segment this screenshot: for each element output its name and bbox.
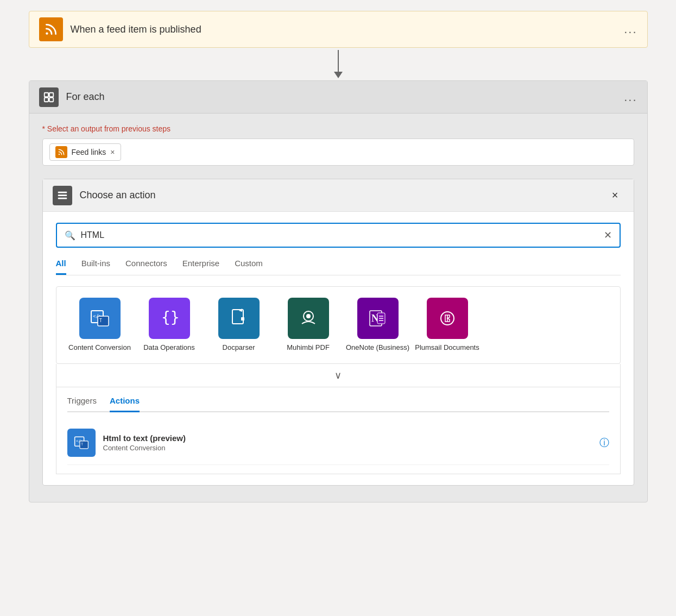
svg-rect-15 — [241, 317, 244, 320]
choose-action-panel: Choose an action × 🔍 ✕ All Built-ins Con… — [42, 179, 634, 486]
tab-custom[interactable]: Custom — [235, 259, 263, 275]
choose-action-title: Choose an action — [80, 190, 606, 201]
select-output-label: * Select an output from previous steps — [42, 124, 634, 133]
main-container: When a feed item is published ... For ea… — [0, 0, 676, 616]
close-button[interactable]: × — [606, 187, 624, 204]
svg-rect-4 — [49, 97, 53, 101]
arrow-line — [338, 50, 339, 72]
action-list-item[interactable]: </> T Html to text (preview) Content Con… — [67, 421, 609, 465]
svg-text:T: T — [81, 442, 83, 446]
connector-muhimbi[interactable]: Muhimbi PDF — [276, 298, 341, 353]
foreach-header: For each ... — [29, 81, 647, 114]
choose-action-icon — [53, 186, 72, 205]
trigger-more-options[interactable]: ... — [624, 22, 637, 36]
sub-tabs: Triggers Actions — [67, 396, 609, 412]
foreach-content: * Select an output from previous steps F… — [29, 114, 647, 502]
action-item-icon: </> T — [67, 429, 96, 457]
filter-tabs: All Built-ins Connectors Enterprise Cust… — [56, 259, 621, 275]
connector-onenote[interactable]: N OneNote (Business) — [345, 298, 410, 353]
search-box[interactable]: 🔍 ✕ — [56, 223, 621, 248]
foreach-icon — [39, 87, 59, 107]
choose-action-db-icon — [56, 190, 68, 202]
svg-rect-8 — [58, 197, 67, 199]
actions-panel: Triggers Actions </> T — [56, 387, 621, 474]
foreach-more-options[interactable]: ... — [624, 90, 637, 104]
svg-rect-14 — [232, 310, 243, 324]
trigger-title: When a feed item is published — [71, 24, 624, 35]
connector-grid: </> T Content Conversion {} — [56, 286, 621, 364]
content-conversion-icon: </> T — [79, 298, 121, 339]
search-clear-icon[interactable]: ✕ — [604, 229, 612, 241]
tab-builtins[interactable]: Built-ins — [81, 259, 110, 275]
feed-tag-label: Feed links — [72, 148, 106, 156]
svg-rect-1 — [44, 92, 48, 96]
svg-point-0 — [46, 32, 48, 34]
muhimbi-label: Muhimbi PDF — [287, 343, 330, 353]
foreach-title: For each — [66, 91, 624, 103]
expand-chevron-icon[interactable]: ∨ — [334, 369, 342, 381]
plumsail-svg-icon — [435, 306, 459, 330]
tab-all[interactable]: All — [56, 259, 66, 275]
muhimbi-icon — [288, 298, 329, 339]
trigger-card: When a feed item is published ... — [29, 11, 648, 48]
content-conversion-label: Content Conversion — [68, 343, 131, 353]
tab-enterprise[interactable]: Enterprise — [182, 259, 219, 275]
curly-braces-icon: {} — [157, 306, 181, 330]
svg-rect-6 — [58, 191, 67, 193]
svg-rect-7 — [58, 194, 67, 196]
output-select-box[interactable]: Feed links × — [42, 139, 634, 166]
onenote-label: OneNote (Business) — [346, 343, 409, 353]
action-item-info: Html to text (preview) Content Conversio… — [103, 433, 599, 452]
svg-rect-2 — [49, 92, 53, 96]
docparser-label: Docparser — [223, 343, 255, 353]
choose-action-body: 🔍 ✕ All Built-ins Connectors Enterprise … — [43, 212, 634, 485]
data-operations-label: Data Operations — [143, 343, 195, 353]
trigger-icon — [39, 17, 63, 41]
connector-plumsail[interactable]: Plumsail Documents — [415, 298, 480, 353]
docparser-icon — [218, 298, 260, 339]
action-item-connector: Content Conversion — [103, 444, 599, 452]
muhimbi-svg-icon — [296, 306, 320, 330]
search-icon: 🔍 — [65, 230, 75, 241]
svg-point-17 — [306, 314, 311, 318]
action-html-code-icon: </> T — [72, 433, 91, 452]
feed-tag-close[interactable]: × — [110, 148, 115, 156]
html-code-icon: </> T — [88, 306, 112, 330]
expand-row[interactable]: ∨ — [56, 364, 621, 387]
foreach-loop-icon — [43, 91, 55, 103]
plumsail-label: Plumsail Documents — [415, 343, 479, 353]
svg-text:T: T — [99, 318, 102, 323]
search-input[interactable] — [81, 230, 604, 240]
subtab-triggers[interactable]: Triggers — [67, 396, 97, 412]
connector-docparser[interactable]: Docparser — [206, 298, 271, 353]
svg-rect-3 — [44, 97, 48, 101]
onenote-icon: N — [357, 298, 399, 339]
arrow-head — [334, 72, 343, 78]
feed-tag-rss-icon — [58, 148, 65, 156]
rss-icon — [44, 22, 58, 36]
onenote-svg-icon: N — [366, 306, 390, 330]
choose-action-header: Choose an action × — [43, 179, 634, 212]
tab-connectors[interactable]: Connectors — [125, 259, 167, 275]
action-item-name: Html to text (preview) — [103, 433, 599, 443]
docparser-svg-icon — [227, 306, 251, 330]
connector-data-operations[interactable]: {} Data Operations — [137, 298, 202, 353]
action-info-icon[interactable]: ⓘ — [599, 436, 609, 449]
feed-tag: Feed links × — [49, 143, 121, 161]
plumsail-icon — [427, 298, 468, 339]
foreach-card: For each ... * Select an output from pre… — [29, 80, 648, 502]
feed-tag-icon — [55, 146, 67, 158]
arrow-connector — [334, 48, 343, 80]
connector-content-conversion[interactable]: </> T Content Conversion — [67, 298, 132, 353]
svg-point-5 — [58, 154, 59, 155]
subtab-actions[interactable]: Actions — [110, 396, 140, 412]
svg-text:{}: {} — [161, 309, 180, 326]
data-operations-icon: {} — [149, 298, 190, 339]
